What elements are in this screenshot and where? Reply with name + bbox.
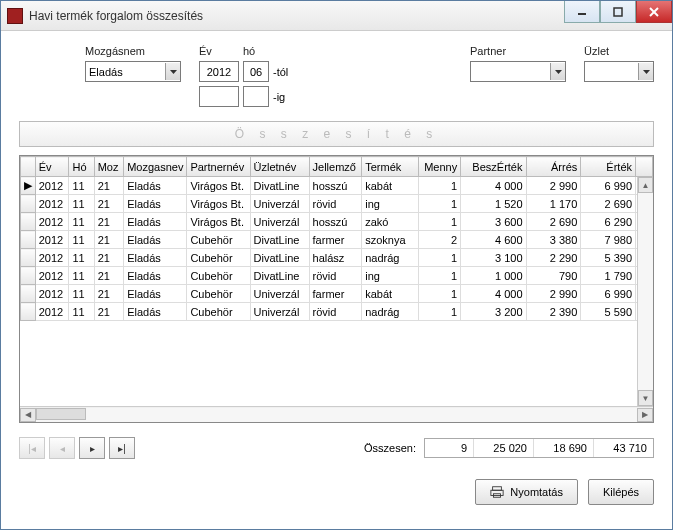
cell-partner: Virágos Bt. xyxy=(187,195,250,213)
cell-ev: 2012 xyxy=(35,249,69,267)
cell-beszertek: 4 000 xyxy=(461,285,526,303)
col-header[interactable]: Moz xyxy=(94,157,123,177)
cell-moz: 21 xyxy=(94,285,123,303)
col-header[interactable]: Partnernév xyxy=(187,157,250,177)
summarize-button[interactable]: Ö s s z e s í t é s xyxy=(19,121,654,147)
nav-next-button[interactable]: ▸ xyxy=(79,437,105,459)
window-title: Havi termék forgalom összesítés xyxy=(29,9,564,23)
table-row[interactable]: 20121121EladásCubehörDivatLinehalásznadr… xyxy=(21,249,653,267)
cell-ev: 2012 xyxy=(35,285,69,303)
mozgasnem-combo[interactable]: Eladás xyxy=(85,61,181,82)
cell-beszertek: 1 000 xyxy=(461,267,526,285)
cell-uzlet: Univerzál xyxy=(250,213,309,231)
cell-termek: nadrág xyxy=(362,249,419,267)
table-row[interactable]: 20121121EladásCubehörDivatLineröviding11… xyxy=(21,267,653,285)
cell-ev: 2012 xyxy=(35,303,69,321)
col-header[interactable]: Árrés xyxy=(526,157,581,177)
col-header[interactable]: BeszÉrték xyxy=(461,157,526,177)
cell-termek: kabát xyxy=(362,177,419,195)
col-header[interactable]: Érték xyxy=(581,157,636,177)
cell-arres: 2 690 xyxy=(526,213,581,231)
cell-ertek: 2 690 xyxy=(581,195,636,213)
totals-box: 9 25 020 18 690 43 710 xyxy=(424,438,654,458)
cell-moz: 21 xyxy=(94,231,123,249)
scroll-up-icon[interactable]: ▲ xyxy=(638,177,653,193)
col-header[interactable]: Mozgasnev xyxy=(124,157,187,177)
cell-partner: Cubehör xyxy=(187,267,250,285)
print-label: Nyomtatás xyxy=(510,486,563,498)
col-header[interactable] xyxy=(21,157,36,177)
cell-mozgasnev: Eladás xyxy=(124,267,187,285)
cell-mozgasnev: Eladás xyxy=(124,231,187,249)
cell-mozgasnev: Eladás xyxy=(124,285,187,303)
cell-ho: 11 xyxy=(69,285,94,303)
scroll-right-icon[interactable]: ▶ xyxy=(637,408,653,422)
month-to-input[interactable] xyxy=(243,86,269,107)
cell-beszertek: 3 100 xyxy=(461,249,526,267)
cell-ho: 11 xyxy=(69,231,94,249)
table-row[interactable]: 20121121EladásCubehörDivatLinefarmerszok… xyxy=(21,231,653,249)
year-to-input[interactable] xyxy=(199,86,239,107)
uzlet-label: Üzlet xyxy=(584,45,654,57)
col-header[interactable]: Menny xyxy=(419,157,461,177)
cell-partner: Virágos Bt. xyxy=(187,177,250,195)
table-row[interactable]: 20121121EladásCubehörUniverzálfarmerkabá… xyxy=(21,285,653,303)
cell-uzlet: DivatLine xyxy=(250,177,309,195)
minimize-button[interactable] xyxy=(564,1,600,23)
exit-label: Kilépés xyxy=(603,486,639,498)
month-from-input[interactable] xyxy=(243,61,269,82)
ho-label: hó xyxy=(243,45,288,57)
year-from-input[interactable] xyxy=(199,61,239,82)
vertical-scrollbar[interactable]: ▲ ▼ xyxy=(637,177,653,406)
cell-uzlet: Univerzál xyxy=(250,285,309,303)
table-row[interactable]: 20121121EladásVirágos Bt.Univerzálrövidi… xyxy=(21,195,653,213)
col-header[interactable]: Üzletnév xyxy=(250,157,309,177)
cell-marker xyxy=(21,303,36,321)
cell-menny: 1 xyxy=(419,303,461,321)
grid-header-row: ÉvHóMozMozgasnevPartnernévÜzletnévJellem… xyxy=(21,157,653,177)
cell-partner: Cubehör xyxy=(187,285,250,303)
col-header[interactable]: Hó xyxy=(69,157,94,177)
cell-jellemzo: farmer xyxy=(309,285,362,303)
maximize-button[interactable] xyxy=(600,1,636,23)
cell-beszertek: 4 000 xyxy=(461,177,526,195)
cell-ertek: 1 790 xyxy=(581,267,636,285)
partner-combo[interactable] xyxy=(470,61,566,82)
col-header[interactable]: Év xyxy=(35,157,69,177)
scroll-down-icon[interactable]: ▼ xyxy=(638,390,653,406)
cell-moz: 21 xyxy=(94,195,123,213)
close-button[interactable] xyxy=(636,1,672,23)
mozgasnem-label: Mozgásnem xyxy=(85,45,181,57)
table-row[interactable]: ▶20121121EladásVirágos Bt.DivatLinehossz… xyxy=(21,177,653,195)
horizontal-scrollbar[interactable]: ◀ ▶ xyxy=(20,406,653,422)
table-row[interactable]: 20121121EladásVirágos Bt.Univerzálhosszú… xyxy=(21,213,653,231)
nav-last-button[interactable]: ▸| xyxy=(109,437,135,459)
col-header[interactable]: Termék xyxy=(362,157,419,177)
cell-ertek: 6 290 xyxy=(581,213,636,231)
table-row[interactable]: 20121121EladásCubehörUniverzálrövidnadrá… xyxy=(21,303,653,321)
cell-beszertek: 1 520 xyxy=(461,195,526,213)
total-ertek: 43 710 xyxy=(593,439,653,457)
cell-beszertek: 3 200 xyxy=(461,303,526,321)
scroll-left-icon[interactable]: ◀ xyxy=(20,408,36,422)
cell-moz: 21 xyxy=(94,249,123,267)
cell-ho: 11 xyxy=(69,267,94,285)
cell-jellemzo: hosszú xyxy=(309,177,362,195)
uzlet-combo[interactable] xyxy=(584,61,654,82)
print-button[interactable]: Nyomtatás xyxy=(475,479,578,505)
cell-arres: 790 xyxy=(526,267,581,285)
mozgasnem-value: Eladás xyxy=(89,66,123,78)
nav-first-button[interactable]: |◂ xyxy=(19,437,45,459)
cell-moz: 21 xyxy=(94,213,123,231)
nav-prev-button[interactable]: ◂ xyxy=(49,437,75,459)
cell-partner: Cubehör xyxy=(187,231,250,249)
total-arres: 18 690 xyxy=(533,439,593,457)
cell-ertek: 6 990 xyxy=(581,285,636,303)
cell-marker xyxy=(21,267,36,285)
app-window: Havi termék forgalom összesítés Mozgásne… xyxy=(0,0,673,530)
cell-beszertek: 3 600 xyxy=(461,213,526,231)
col-header[interactable]: Jellemző xyxy=(309,157,362,177)
exit-button[interactable]: Kilépés xyxy=(588,479,654,505)
navigator-row: |◂ ◂ ▸ ▸| Összesen: 9 25 020 18 690 43 7… xyxy=(19,437,654,459)
cell-jellemzo: hosszú xyxy=(309,213,362,231)
